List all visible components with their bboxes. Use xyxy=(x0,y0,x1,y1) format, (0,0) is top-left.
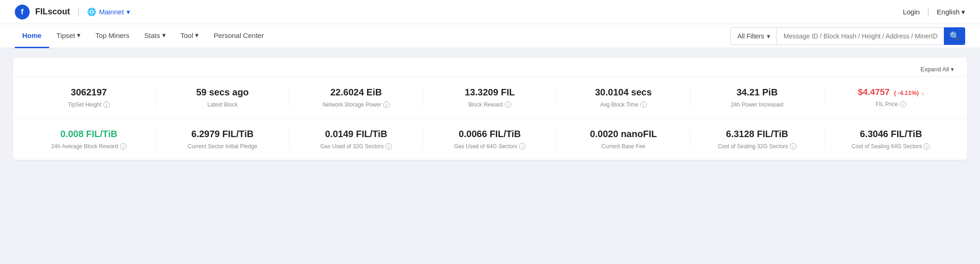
stat-sector-initial-pledge: 6.2979 FIL/TiB Current Sector Initial Pl… xyxy=(156,129,289,150)
nav-item-personal-center[interactable]: Personal Center xyxy=(206,24,271,48)
expand-all-row: Expand All ▾ xyxy=(13,66,967,76)
stat-tipset-height: 3062197 TipSet Height i xyxy=(22,87,156,108)
stat-current-base-fee: 0.0020 nanoFIL Current Base Fee xyxy=(557,129,690,150)
fil-price-value: $4.4757 ( -4.11%) ↓ xyxy=(858,87,924,97)
current-base-fee-value: 0.0020 nanoFIL xyxy=(590,129,657,139)
current-base-fee-label: Current Base Fee xyxy=(601,143,645,150)
network-chevron-icon: ▾ xyxy=(126,8,130,16)
gas-64g-label: Gas Used of 64G Sectors i xyxy=(454,143,526,150)
tipset-height-label: TipSet Height i xyxy=(68,101,110,108)
fil-price-label: FIL Price i xyxy=(876,101,906,107)
topbar-divider: | xyxy=(77,7,80,17)
topbar-right-divider: | xyxy=(927,7,929,17)
24h-avg-block-reward-info-icon[interactable]: i xyxy=(120,143,126,150)
stat-cost-sealing-32g: 6.3128 FIL/TiB Cost of Sealing 32G Secto… xyxy=(690,129,824,150)
tipset-height-value: 3062197 xyxy=(71,87,107,98)
nav-item-tipset[interactable]: Tipset ▾ xyxy=(49,24,88,48)
language-selector[interactable]: English ▾ xyxy=(937,8,965,16)
gas-64g-info-icon[interactable]: i xyxy=(519,143,525,150)
stat-avg-block-time: 30.0104 secs Avg Block Time i xyxy=(557,87,690,108)
main-content: Expand All ▾ 3062197 TipSet Height i 59 … xyxy=(0,48,980,169)
search-input[interactable] xyxy=(777,27,944,45)
stat-cost-sealing-64g: 6.3046 FIL/TiB Cost of Sealing 64G Secto… xyxy=(824,129,958,150)
tool-chevron-icon: ▾ xyxy=(195,31,199,39)
gas-32g-label: Gas Used of 32G Sectors i xyxy=(320,143,392,150)
24h-power-increased-value: 34.21 PiB xyxy=(736,87,778,98)
network-selector[interactable]: 🌐 Mainnet ▾ xyxy=(87,7,130,16)
language-label: English xyxy=(937,8,960,16)
price-arrow-icon: ↓ xyxy=(921,90,924,96)
cost-sealing-32g-info-icon[interactable]: i xyxy=(790,143,797,150)
cost-sealing-32g-value: 6.3128 FIL/TiB xyxy=(726,129,788,139)
stat-network-storage-power: 22.6024 EiB Network Storage Power i xyxy=(290,87,423,108)
gas-32g-value: 0.0149 FIL/TiB xyxy=(325,129,387,139)
avg-block-time-label: Avg Block Time i xyxy=(600,101,646,108)
stat-latest-block: 59 secs ago Latest Block xyxy=(156,87,289,108)
24h-avg-block-reward-value: 0.008 FIL/TiB xyxy=(60,129,117,139)
stats-row-2: 0.008 FIL/TiB 24h Average Block Reward i… xyxy=(13,118,967,160)
avg-block-time-value: 30.0104 secs xyxy=(595,87,651,98)
latest-block-label: Latest Block xyxy=(207,101,237,108)
stats-chevron-icon: ▾ xyxy=(162,31,166,39)
price-change-label: ( -4.11%) xyxy=(894,89,918,96)
topbar-left: f FILscout | 🌐 Mainnet ▾ xyxy=(15,5,130,19)
stat-fil-price: $4.4757 ( -4.11%) ↓ FIL Price i xyxy=(824,87,958,108)
avg-block-time-info-icon[interactable]: i xyxy=(640,101,647,108)
stat-24h-power-increased: 34.21 PiB 24h Power Increased xyxy=(690,87,824,108)
24h-power-increased-label: 24h Power Increased xyxy=(731,101,783,108)
network-storage-power-label: Network Storage Power i xyxy=(322,101,390,108)
topbar-right: Login | English ▾ xyxy=(903,7,965,17)
navbar: Home Tipset ▾ Top Miners Stats ▾ Tool ▾ … xyxy=(0,24,980,48)
cost-sealing-32g-label: Cost of Sealing 32G Sectors i xyxy=(718,143,796,150)
search-icon: 🔍 xyxy=(949,31,960,41)
search-button[interactable]: 🔍 xyxy=(944,27,965,45)
cost-sealing-64g-label: Cost of Sealing 64G Sectors i xyxy=(852,143,930,150)
nav-item-stats[interactable]: Stats ▾ xyxy=(137,24,173,48)
stat-24h-avg-block-reward: 0.008 FIL/TiB 24h Average Block Reward i xyxy=(22,129,156,150)
gas-64g-value: 0.0066 FIL/TiB xyxy=(459,129,521,139)
network-label: Mainnet xyxy=(99,8,124,16)
topbar: f FILscout | 🌐 Mainnet ▾ Login | English… xyxy=(0,0,980,24)
sector-initial-pledge-value: 6.2979 FIL/TiB xyxy=(191,129,253,139)
search-area: All Filters ▾ 🔍 xyxy=(730,27,965,45)
language-chevron-icon: ▾ xyxy=(961,8,965,16)
stat-gas-32g: 0.0149 FIL/TiB Gas Used of 32G Sectors i xyxy=(290,129,423,150)
network-icon: 🌐 xyxy=(87,7,96,16)
nav-item-top-miners[interactable]: Top Miners xyxy=(88,24,137,48)
gas-32g-info-icon[interactable]: i xyxy=(386,143,392,150)
expand-all-button[interactable]: Expand All ▾ xyxy=(921,66,954,73)
network-storage-power-info-icon[interactable]: i xyxy=(383,101,390,108)
block-reward-value: 13.3209 FIL xyxy=(465,87,515,98)
app-name: FILscout xyxy=(35,7,70,17)
cost-sealing-64g-info-icon[interactable]: i xyxy=(923,143,930,150)
login-button[interactable]: Login xyxy=(903,8,920,16)
latest-block-value: 59 secs ago xyxy=(196,87,248,98)
filter-chevron-icon: ▾ xyxy=(767,32,770,40)
filter-label: All Filters xyxy=(737,32,764,40)
expand-all-chevron-icon: ▾ xyxy=(951,66,954,73)
stat-block-reward: 13.3209 FIL Block Reward i xyxy=(423,87,556,108)
24h-avg-block-reward-label: 24h Average Block Reward i xyxy=(51,143,126,150)
sector-initial-pledge-label: Current Sector Initial Pledge xyxy=(188,143,257,150)
stat-gas-64g: 0.0066 FIL/TiB Gas Used of 64G Sectors i xyxy=(423,129,556,150)
network-storage-power-value: 22.6024 EiB xyxy=(330,87,382,98)
fil-price-info-icon[interactable]: i xyxy=(900,101,906,107)
cost-sealing-64g-value: 6.3046 FIL/TiB xyxy=(860,129,922,139)
expand-all-label: Expand All xyxy=(921,66,949,73)
filter-button[interactable]: All Filters ▾ xyxy=(730,27,777,45)
logo-icon: f xyxy=(15,5,30,19)
stats-card: Expand All ▾ 3062197 TipSet Height i 59 … xyxy=(13,57,967,160)
block-reward-info-icon[interactable]: i xyxy=(505,101,511,108)
block-reward-label: Block Reward i xyxy=(468,101,511,108)
tipset-chevron-icon: ▾ xyxy=(77,31,81,39)
nav-item-tool[interactable]: Tool ▾ xyxy=(173,24,207,48)
tipset-height-info-icon[interactable]: i xyxy=(103,101,110,108)
nav-item-home[interactable]: Home xyxy=(15,24,49,48)
stats-row-1: 3062197 TipSet Height i 59 secs ago Late… xyxy=(13,76,967,118)
